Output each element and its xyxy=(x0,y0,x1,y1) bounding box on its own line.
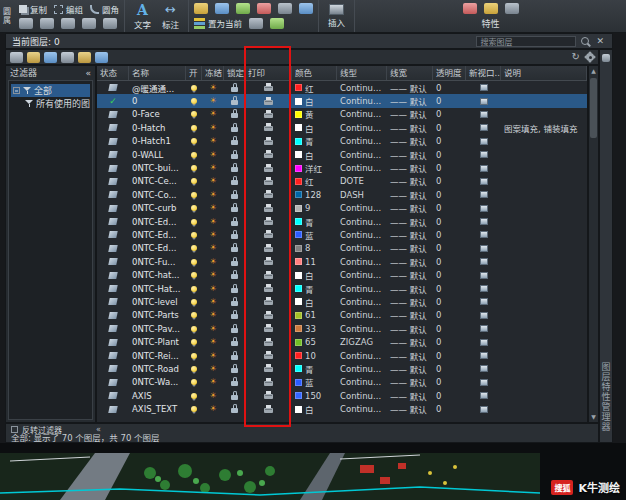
layer-color-cell[interactable]: 9 xyxy=(292,202,337,215)
layer-freeze-icon[interactable]: ☀ xyxy=(209,378,216,386)
layer-name[interactable]: @暖通通... xyxy=(129,81,186,94)
layer-linetype[interactable]: Continu... xyxy=(337,215,387,228)
layer-row[interactable]: AXIS_TEXT ☀ 白 Continu... —— 默认 0 xyxy=(97,402,587,415)
layer-plot-icon[interactable] xyxy=(264,180,273,185)
layer-color-cell[interactable]: 10 xyxy=(292,349,337,362)
column-header[interactable]: 冻结 xyxy=(202,66,224,80)
layer-freeze-icon[interactable]: ☀ xyxy=(209,298,216,306)
layer-color-cell[interactable]: 红 xyxy=(292,175,337,188)
layer-newvp-icon[interactable] xyxy=(480,339,488,346)
layer-transparency[interactable]: 0 xyxy=(433,322,466,335)
layer-name[interactable]: 0NTC-Pav... xyxy=(129,322,186,335)
layer-transparency[interactable]: 0 xyxy=(433,81,466,94)
layer-transparency[interactable]: 0 xyxy=(433,402,466,415)
layer-linetype[interactable]: Continu... xyxy=(337,228,387,241)
layer-freeze-icon[interactable]: ☀ xyxy=(209,110,216,118)
layer-plot-icon[interactable] xyxy=(264,233,273,238)
layer-lineweight[interactable]: —— 默认 xyxy=(387,282,433,295)
layer-newvp-icon[interactable] xyxy=(480,285,488,292)
dimension-button[interactable]: ↔ 标注 xyxy=(158,3,183,30)
layer-lineweight[interactable]: —— 默认 xyxy=(387,376,433,389)
layer-transparency[interactable]: 0 xyxy=(433,349,466,362)
layer-state-manager-icon[interactable] xyxy=(44,52,57,63)
layer-lock-icon[interactable] xyxy=(231,368,238,373)
layer-color-cell[interactable]: 11 xyxy=(292,255,337,268)
layer-plot-icon[interactable] xyxy=(264,220,273,225)
property-tool-icon[interactable] xyxy=(505,3,519,14)
new-group-filter-icon[interactable] xyxy=(27,52,40,63)
layer-name[interactable]: 0NTC-Co... xyxy=(129,188,186,201)
scroll-down-button[interactable]: ▼ xyxy=(591,412,596,422)
new-layer-icon[interactable] xyxy=(61,52,74,63)
layer-lineweight[interactable]: —— 默认 xyxy=(387,309,433,322)
property-tool-icon[interactable] xyxy=(484,3,498,14)
layer-row[interactable]: 0-Hatch ☀ 白 Continu... —— 默认 0 图案填充, 铺装填… xyxy=(97,121,587,134)
layer-row[interactable]: 0NTC-Ed... ☀ 青 Continu... —— 默认 0 xyxy=(97,215,587,228)
layer-color-cell[interactable]: 蓝 xyxy=(292,228,337,241)
layer-lock-icon[interactable] xyxy=(231,395,238,400)
layer-transparency[interactable]: 0 xyxy=(433,335,466,348)
layer-on-icon[interactable] xyxy=(191,152,197,158)
auto-hide-icon[interactable] xyxy=(602,54,610,62)
layer-transparency[interactable]: 0 xyxy=(433,255,466,268)
layer-newvp-icon[interactable] xyxy=(480,165,488,172)
invert-filter-checkbox[interactable] xyxy=(11,426,18,433)
layer-newvp-icon[interactable] xyxy=(480,231,488,238)
layer-transparency[interactable]: 0 xyxy=(433,202,466,215)
layer-on-icon[interactable] xyxy=(191,165,197,171)
layer-linetype[interactable]: DOTE xyxy=(337,175,387,188)
layer-color-cell[interactable]: 白 xyxy=(292,268,337,281)
layer-color-cell[interactable]: 青 xyxy=(292,215,337,228)
layer-lock-icon[interactable] xyxy=(231,100,238,105)
layer-row[interactable]: 0NTC-Fu... ☀ 11 Continu... —— 默认 0 xyxy=(97,255,587,268)
layer-newvp-icon[interactable] xyxy=(480,124,488,131)
layer-linetype[interactable]: DASH xyxy=(337,188,387,201)
layer-name[interactable]: 0NTC-Parts xyxy=(129,309,186,322)
layer-name[interactable]: 0-Hatch xyxy=(129,121,186,134)
layer-freeze-icon[interactable]: ☀ xyxy=(209,311,216,319)
layer-freeze-icon[interactable]: ☀ xyxy=(209,151,216,159)
layer-lock-icon[interactable] xyxy=(231,247,238,252)
layer-linetype[interactable]: Continu... xyxy=(337,295,387,308)
layer-transparency[interactable]: 0 xyxy=(433,175,466,188)
column-header[interactable]: 打印 xyxy=(245,66,292,80)
layer-plot-icon[interactable] xyxy=(264,274,273,279)
layer-lineweight[interactable]: —— 默认 xyxy=(387,202,433,215)
layer-tool-icon[interactable] xyxy=(194,3,208,14)
column-header[interactable]: 线型 xyxy=(337,66,387,80)
scroll-thumb[interactable] xyxy=(590,78,597,138)
layer-plot-icon[interactable] xyxy=(264,100,273,105)
layer-lock-icon[interactable] xyxy=(231,314,238,319)
layer-freeze-icon[interactable]: ☀ xyxy=(209,124,216,132)
layer-transparency[interactable]: 0 xyxy=(433,135,466,148)
layer-newvp-icon[interactable] xyxy=(480,298,488,305)
layer-freeze-icon[interactable]: ☀ xyxy=(209,338,216,346)
layer-plot-icon[interactable] xyxy=(264,381,273,386)
layer-freeze-icon[interactable]: ☀ xyxy=(209,244,216,252)
table-scrollbar[interactable]: ▲ ▼ xyxy=(588,65,599,423)
modify-tool-icon[interactable] xyxy=(82,18,96,29)
layer-newvp-icon[interactable] xyxy=(480,325,488,332)
search-icon[interactable] xyxy=(581,37,589,45)
layer-on-icon[interactable] xyxy=(191,299,197,305)
layer-newvp-icon[interactable] xyxy=(480,392,488,399)
layer-on-icon[interactable] xyxy=(191,178,197,184)
layer-linetype[interactable]: Continu... xyxy=(337,94,387,107)
layer-linetype[interactable]: Continu... xyxy=(337,309,387,322)
column-header[interactable]: 状态 xyxy=(97,66,129,80)
layer-color-cell[interactable]: 洋红 xyxy=(292,161,337,174)
layer-on-icon[interactable] xyxy=(191,192,197,198)
layer-color-cell[interactable]: 白 xyxy=(292,402,337,415)
gear-icon[interactable] xyxy=(586,53,594,61)
layer-name[interactable]: AXIS xyxy=(129,389,186,402)
layer-freeze-icon[interactable]: ☀ xyxy=(209,97,216,105)
layer-linetype[interactable]: Continu... xyxy=(337,255,387,268)
palette-title-bar[interactable]: 图层特性管理器 xyxy=(599,49,613,443)
layer-linetype[interactable]: Continu... xyxy=(337,242,387,255)
layer-transparency[interactable]: 0 xyxy=(433,228,466,241)
layer-on-icon[interactable] xyxy=(191,138,197,144)
layer-color-cell[interactable]: 青 xyxy=(292,135,337,148)
layer-tool-icon[interactable] xyxy=(236,3,250,14)
layer-row[interactable]: 0NTC-Ce... ☀ 红 DOTE —— 默认 0 xyxy=(97,175,587,188)
layer-color-cell[interactable]: 白 xyxy=(292,148,337,161)
